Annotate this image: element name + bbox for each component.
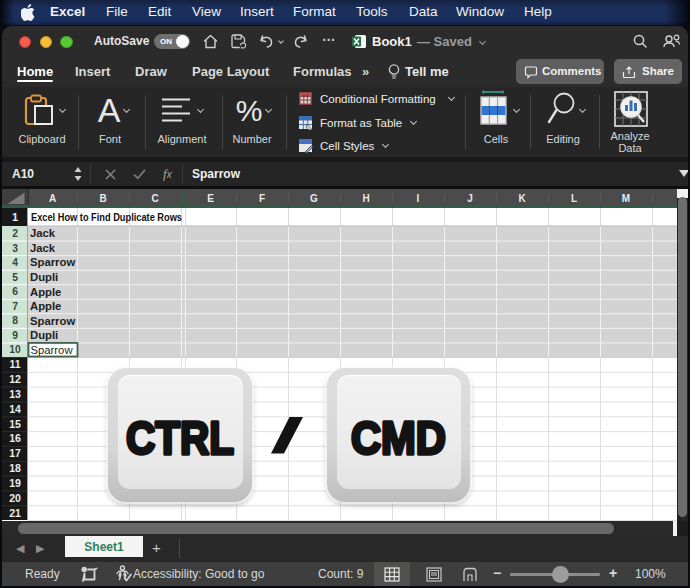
svg-text:G: G (310, 193, 318, 204)
svg-text:6: 6 (12, 286, 18, 297)
svg-text:18: 18 (9, 462, 21, 474)
svg-text:9: 9 (12, 330, 18, 341)
svg-text:1: 1 (12, 211, 18, 223)
svg-text:15: 15 (9, 418, 21, 430)
svg-text:Excel How to Find Duplicate Ro: Excel How to Find Duplicate Rows (31, 211, 182, 223)
svg-text:Apple: Apple (30, 300, 61, 312)
svg-text:13: 13 (9, 388, 21, 400)
svg-text:17: 17 (9, 447, 21, 459)
svg-text:20: 20 (9, 492, 21, 504)
svg-text:3: 3 (12, 243, 18, 254)
svg-text:19: 19 (9, 477, 21, 489)
svg-text:L: L (571, 193, 577, 204)
svg-text:K: K (518, 193, 526, 204)
svg-text:12: 12 (9, 373, 21, 385)
svg-text:A: A (98, 92, 121, 128)
svg-text:8: 8 (12, 315, 18, 326)
svg-text:Apple: Apple (30, 286, 61, 298)
svg-text:4: 4 (12, 257, 18, 268)
svg-text:2: 2 (12, 228, 18, 239)
svg-text:7: 7 (12, 301, 18, 312)
svg-text:Jack: Jack (30, 242, 56, 254)
svg-text:Jack: Jack (30, 227, 56, 239)
svg-text:Sparrow: Sparrow (30, 315, 75, 327)
svg-text:CMD: CMD (351, 411, 446, 464)
svg-text:M: M (622, 193, 630, 204)
svg-text:11: 11 (9, 358, 20, 370)
svg-text:Sparrow: Sparrow (31, 344, 74, 356)
svg-text:21: 21 (9, 507, 21, 519)
svg-text:H: H (362, 193, 369, 204)
svg-text:16: 16 (9, 432, 21, 444)
svg-text:Dupli: Dupli (30, 271, 58, 283)
svg-text:E: E (207, 193, 214, 204)
svg-text:14: 14 (9, 403, 21, 415)
svg-text:5: 5 (12, 272, 18, 283)
svg-text:B: B (99, 193, 106, 204)
svg-text:C: C (151, 193, 158, 204)
svg-text:Dupli: Dupli (30, 329, 58, 341)
svg-text:Sparrow: Sparrow (30, 256, 75, 268)
svg-text:10: 10 (9, 344, 21, 355)
svg-text:A: A (49, 193, 56, 204)
svg-text:%: % (236, 94, 263, 126)
svg-text:CTRL: CTRL (126, 411, 234, 464)
svg-text:J: J (467, 193, 473, 204)
svg-text:I: I (417, 193, 420, 204)
svg-text:F: F (259, 193, 265, 204)
